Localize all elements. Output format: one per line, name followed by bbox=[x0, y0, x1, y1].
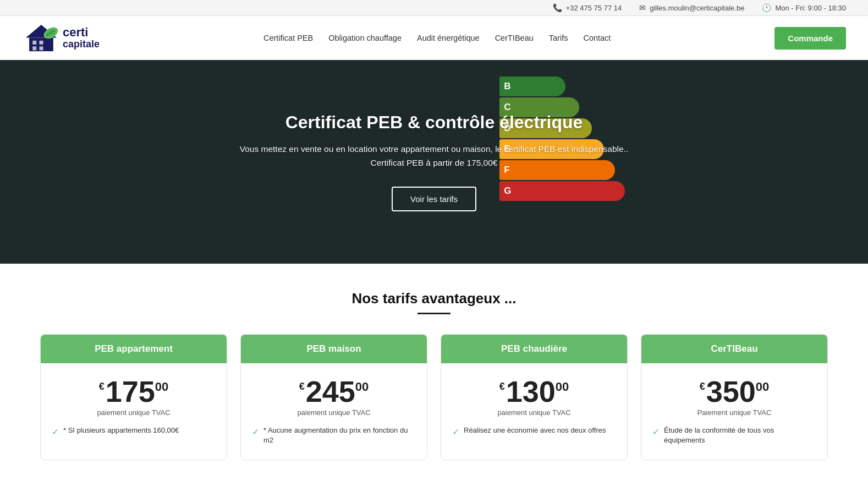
hours-item: 🕐 Mon - Fri: 9:00 - 18:30 bbox=[762, 3, 846, 12]
price-label-3: paiement unique TVAC bbox=[452, 408, 616, 417]
pricing-card-peb-maison: PEB maison € 245 00 paiement unique TVAC… bbox=[240, 334, 427, 460]
email-icon: ✉ bbox=[639, 3, 646, 12]
check-icon: ✓ bbox=[452, 426, 459, 438]
nav-item-certificat-peb[interactable]: Certificat PEB bbox=[263, 33, 313, 43]
logo-capitale: capitale bbox=[63, 39, 100, 50]
clock-icon: 🕐 bbox=[762, 3, 771, 12]
price-label-1: paiement unique TVAC bbox=[52, 408, 216, 417]
card-body-certibeau: € 350 00 Paiement unique TVAC ✓ Étude de… bbox=[641, 363, 827, 460]
nav-links: Certificat PEB Obligation chauffage Audi… bbox=[263, 33, 611, 43]
hero-content: Certificat PEB & contrôle électrique Vou… bbox=[208, 112, 660, 211]
pricing-card-peb-chaudiere: PEB chaudière € 130 00 paiement unique T… bbox=[441, 334, 628, 460]
navbar: certi capitale Certificat PEB Obligation… bbox=[0, 16, 868, 60]
pricing-divider bbox=[417, 313, 451, 314]
price-cents-1: 00 bbox=[155, 380, 168, 394]
price-currency-1: € bbox=[99, 381, 105, 392]
nav-item-contact[interactable]: Contact bbox=[583, 33, 611, 43]
svg-rect-5 bbox=[40, 46, 43, 50]
nav-item-obligation-chauffage[interactable]: Obligation chauffage bbox=[328, 33, 402, 43]
price-row-4: € 350 00 bbox=[652, 377, 816, 406]
price-row-2: € 245 00 bbox=[252, 377, 416, 406]
email-item: ✉ gilles.moulin@certicapitale.be bbox=[639, 3, 744, 12]
check-icon: ✓ bbox=[652, 426, 660, 438]
price-main-3: 130 bbox=[506, 377, 556, 406]
phone-item: 📞 +32 475 75 77 14 bbox=[553, 3, 622, 12]
check-icon: ✓ bbox=[52, 426, 59, 438]
price-row-3: € 130 00 bbox=[452, 377, 616, 406]
svg-rect-3 bbox=[40, 41, 43, 45]
price-label-2: paiement unique TVAC bbox=[252, 408, 416, 417]
price-main-4: 350 bbox=[706, 377, 756, 406]
price-label-4: Paiement unique TVAC bbox=[652, 408, 816, 417]
price-cents-2: 00 bbox=[355, 380, 369, 394]
price-cents-4: 00 bbox=[756, 380, 769, 394]
pricing-title: Nos tarifs avantageux ... bbox=[22, 290, 846, 307]
price-row-1: € 175 00 bbox=[52, 377, 216, 406]
energy-bar-b: B bbox=[499, 77, 565, 96]
voir-tarifs-button[interactable]: Voir les tarifs bbox=[392, 187, 476, 211]
hero-subtitle: Vous mettez en vente ou en location votr… bbox=[225, 143, 643, 170]
pricing-section: Nos tarifs avantageux ... PEB appartemen… bbox=[0, 264, 868, 482]
nav-item-certibeau[interactable]: CerTIBeau bbox=[495, 33, 534, 43]
topbar: 📞 +32 475 75 77 14 ✉ gilles.moulin@certi… bbox=[0, 0, 868, 16]
pricing-card-peb-appartement: PEB appartement € 175 00 paiement unique… bbox=[40, 334, 227, 460]
phone-icon: 📞 bbox=[553, 3, 562, 12]
card-feature-2-0: ✓ * Aucune augmentation du prix en fonct… bbox=[252, 425, 416, 445]
card-body-peb-chaudiere: € 130 00 paiement unique TVAC ✓ Réalisez… bbox=[441, 363, 627, 452]
price-currency-2: € bbox=[299, 381, 305, 392]
card-header-peb-appartement: PEB appartement bbox=[41, 335, 227, 363]
logo-icon bbox=[22, 21, 61, 54]
logo-text: certi capitale bbox=[63, 26, 100, 50]
logo[interactable]: certi capitale bbox=[22, 21, 100, 54]
card-header-peb-maison: PEB maison bbox=[241, 335, 427, 363]
price-currency-3: € bbox=[499, 381, 505, 392]
nav-item-tarifs[interactable]: Tarifs bbox=[549, 33, 568, 43]
card-feature-4-0: ✓ Étude de la conformité de tous vos équ… bbox=[652, 425, 816, 445]
price-main-2: 245 bbox=[306, 377, 355, 406]
price-currency-4: € bbox=[700, 381, 705, 392]
card-body-peb-appartement: € 175 00 paiement unique TVAC ✓ * SI plu… bbox=[41, 363, 227, 452]
svg-rect-2 bbox=[32, 41, 36, 45]
card-body-peb-maison: € 245 00 paiement unique TVAC ✓ * Aucune… bbox=[241, 363, 427, 460]
price-cents-3: 00 bbox=[556, 380, 569, 394]
price-main-1: 175 bbox=[106, 377, 155, 406]
card-feature-1-0: ✓ * SI plusieurs appartements 160,00€ bbox=[52, 425, 216, 438]
pricing-cards: PEB appartement € 175 00 paiement unique… bbox=[22, 334, 846, 460]
hero-section: B C D E F G Certificat PEB & contrôle él… bbox=[0, 60, 868, 264]
pricing-card-certibeau: CerTIBeau € 350 00 Paiement unique TVAC … bbox=[641, 334, 828, 460]
logo-certi: certi bbox=[63, 26, 100, 39]
card-header-certibeau: CerTIBeau bbox=[641, 335, 827, 363]
business-hours: Mon - Fri: 9:00 - 18:30 bbox=[775, 4, 846, 12]
nav-item-audit-energetique[interactable]: Audit énergétique bbox=[417, 33, 480, 43]
hero-title: Certificat PEB & contrôle électrique bbox=[225, 112, 643, 133]
commande-button[interactable]: Commande bbox=[774, 27, 846, 50]
svg-rect-4 bbox=[32, 46, 36, 50]
phone-number: +32 475 75 77 14 bbox=[566, 4, 622, 12]
email-address: gilles.moulin@certicapitale.be bbox=[650, 4, 744, 12]
check-icon: ✓ bbox=[252, 426, 259, 438]
card-feature-3-0: ✓ Réalisez une économie avec nos deux of… bbox=[452, 425, 616, 438]
card-header-peb-chaudiere: PEB chaudière bbox=[441, 335, 627, 363]
